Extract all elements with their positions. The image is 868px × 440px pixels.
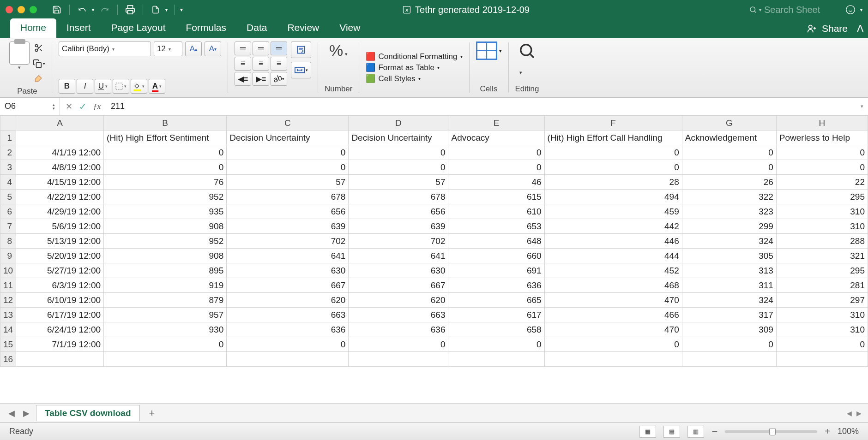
cell[interactable]: 639	[227, 219, 349, 234]
cell[interactable]: 0	[682, 145, 776, 160]
hscroll-right[interactable]: ▶	[856, 410, 862, 417]
cell[interactable]: 4/29/19 12:00	[16, 204, 104, 219]
enter-formula-button[interactable]: ✓	[79, 101, 87, 112]
cell[interactable]: 952	[104, 234, 227, 249]
col-header[interactable]: C	[227, 116, 349, 131]
col-header[interactable]: A	[16, 116, 104, 131]
close-window-button[interactable]	[6, 6, 13, 13]
cell[interactable]: 0	[448, 145, 544, 160]
cell[interactable]: 630	[227, 263, 349, 278]
tab-formulas[interactable]: Formulas	[176, 18, 237, 38]
cell[interactable]: 76	[104, 175, 227, 190]
cell[interactable]: 610	[448, 204, 544, 219]
cell[interactable]: 4/22/19 12:00	[16, 190, 104, 204]
cell[interactable]: 310	[776, 322, 868, 337]
cell[interactable]: 678	[227, 190, 349, 204]
cell[interactable]: 5/20/19 12:00	[16, 249, 104, 263]
cell[interactable]: 0	[227, 337, 349, 352]
cell[interactable]: (Hit) High Effort Sentiment	[104, 131, 227, 145]
cell[interactable]	[16, 352, 104, 367]
hscroll-left[interactable]: ◀	[847, 410, 852, 417]
cell[interactable]: 0	[448, 337, 544, 352]
cell[interactable]: 641	[349, 249, 448, 263]
undo-dropdown[interactable]: ▾	[92, 7, 94, 12]
cell[interactable]: 46	[448, 175, 544, 190]
merge-button[interactable]: ▾	[291, 62, 311, 78]
find-icon[interactable]: ▾	[518, 42, 536, 78]
cell[interactable]: 656	[349, 204, 448, 219]
cell[interactable]: 57	[227, 175, 349, 190]
cell[interactable]: 468	[544, 278, 682, 293]
cell[interactable]: 5/6/19 12:00	[16, 219, 104, 234]
cell[interactable]: 466	[544, 308, 682, 322]
row-header[interactable]: 13	[0, 308, 16, 322]
cell[interactable]: 322	[682, 190, 776, 204]
cell[interactable]: 297	[776, 293, 868, 308]
cancel-formula-button[interactable]: ✕	[66, 101, 72, 112]
align-left-button[interactable]: ≡	[235, 57, 251, 71]
cell[interactable]: 648	[448, 234, 544, 249]
cell[interactable]: 309	[682, 322, 776, 337]
cut-button[interactable]	[32, 42, 45, 54]
shrink-font-button[interactable]: A▾	[205, 42, 221, 56]
print-button[interactable]	[124, 4, 136, 16]
name-box[interactable]: O6 ▴▾	[0, 98, 60, 115]
align-right-button[interactable]: ≡	[271, 57, 287, 71]
emoji-dropdown[interactable]: ▾	[860, 7, 862, 12]
row-header[interactable]: 3	[0, 160, 16, 175]
cell[interactable]: 0	[227, 145, 349, 160]
increase-indent-button[interactable]: ▶≡	[253, 72, 269, 86]
cell[interactable]: 0	[104, 337, 227, 352]
align-top-button[interactable]: ═	[235, 42, 251, 55]
save-button[interactable]	[51, 4, 63, 16]
fill-color-button[interactable]	[131, 79, 147, 94]
new-doc-dropdown[interactable]: ▾	[165, 7, 168, 12]
row-header[interactable]: 5	[0, 190, 16, 204]
row-header[interactable]: 8	[0, 234, 16, 249]
zoom-window-button[interactable]	[30, 6, 37, 13]
row-header[interactable]: 12	[0, 293, 16, 308]
cell[interactable]: 935	[104, 204, 227, 219]
cell[interactable]: 0	[349, 160, 448, 175]
search-dropdown[interactable]: ▾	[759, 7, 761, 12]
row-header[interactable]: 14	[0, 322, 16, 337]
tab-insert[interactable]: Insert	[56, 18, 101, 38]
font-color-button[interactable]: A	[149, 79, 165, 94]
grow-font-button[interactable]: A▴	[185, 42, 202, 56]
fx-label[interactable]: ƒx	[93, 102, 101, 111]
percent-icon[interactable]: %▾	[329, 42, 348, 59]
format-painter-button[interactable]	[32, 73, 45, 86]
page-break-view-button[interactable]: ▥	[687, 426, 704, 438]
cell[interactable]: 0	[544, 337, 682, 352]
cell[interactable]: 470	[544, 293, 682, 308]
row-header[interactable]: 15	[0, 337, 16, 352]
cell[interactable]: 57	[349, 175, 448, 190]
cell[interactable]: 288	[776, 234, 868, 249]
cell[interactable]: 324	[682, 234, 776, 249]
cell[interactable]: 615	[448, 190, 544, 204]
col-header[interactable]: D	[349, 116, 448, 131]
search-box[interactable]: ▾	[749, 5, 833, 15]
cell[interactable]: Decision Uncertainty	[349, 131, 448, 145]
col-header[interactable]: B	[104, 116, 227, 131]
cell[interactable]: 6/24/19 12:00	[16, 322, 104, 337]
cell[interactable]: 0	[544, 145, 682, 160]
cell[interactable]: 0	[682, 337, 776, 352]
col-header[interactable]: E	[448, 116, 544, 131]
undo-button[interactable]	[76, 4, 88, 16]
row-header[interactable]: 4	[0, 175, 16, 190]
col-header[interactable]: F	[544, 116, 682, 131]
tab-home[interactable]: Home	[10, 18, 56, 38]
search-input[interactable]	[764, 5, 833, 15]
collapse-ribbon-button[interactable]: ᐱ	[857, 23, 863, 34]
cell[interactable]: 636	[448, 278, 544, 293]
conditional-formatting-button[interactable]: 🟥Conditional Formatting ▾	[366, 52, 462, 61]
qat-customize[interactable]: ▾	[180, 6, 183, 13]
cell[interactable]: 0	[544, 160, 682, 175]
cell[interactable]: 636	[227, 322, 349, 337]
cell[interactable]: 0	[104, 145, 227, 160]
spreadsheet-grid[interactable]: A B C D E F G H 1(Hit) High Effort Senti…	[0, 115, 868, 403]
col-header[interactable]: G	[682, 116, 776, 131]
cell[interactable]: 630	[349, 263, 448, 278]
cell[interactable]: 6/17/19 12:00	[16, 308, 104, 322]
